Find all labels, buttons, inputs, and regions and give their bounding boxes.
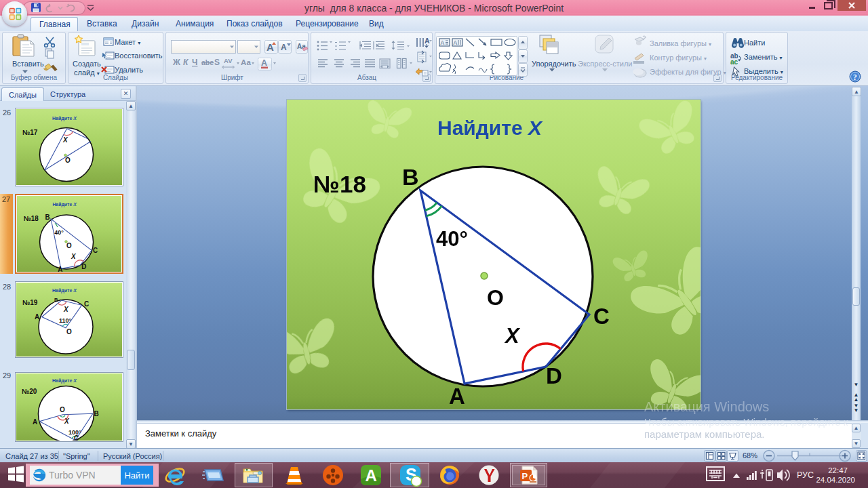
svg-text:А: А bbox=[425, 37, 430, 45]
svg-text:Ж: Ж bbox=[172, 58, 180, 67]
svg-text:А: А bbox=[281, 43, 287, 52]
svg-text:Ч: Ч bbox=[192, 58, 197, 67]
svg-text:X: X bbox=[64, 418, 70, 425]
svg-text:Найдите X: Найдите X bbox=[52, 378, 77, 384]
svg-text:Аа: Аа bbox=[241, 58, 251, 66]
svg-text:40°: 40° bbox=[54, 229, 64, 236]
svg-text:X: X bbox=[62, 136, 68, 144]
svg-text:O: O bbox=[65, 157, 71, 164]
svg-text:№20: №20 bbox=[22, 388, 37, 395]
svg-text:№17: №17 bbox=[22, 129, 38, 136]
svg-text:O: O bbox=[60, 406, 65, 413]
svg-text:O: O bbox=[66, 242, 72, 249]
svg-text:O: O bbox=[66, 328, 72, 336]
svg-text:№18: №18 bbox=[24, 215, 39, 222]
svg-text:C: C bbox=[93, 247, 98, 254]
svg-text:A: A bbox=[33, 418, 37, 426]
svg-text:C: C bbox=[84, 300, 89, 308]
svg-text:A: A bbox=[58, 266, 62, 272]
svg-text:D: D bbox=[546, 363, 562, 388]
svg-text:B: B bbox=[94, 410, 99, 418]
svg-text:A: A bbox=[441, 39, 445, 46]
svg-text:РУС: РУС bbox=[797, 470, 814, 480]
svg-text:40°: 40° bbox=[436, 227, 468, 251]
svg-text:A: A bbox=[449, 384, 465, 409]
svg-text:X: X bbox=[504, 324, 521, 348]
svg-text:А: А bbox=[261, 58, 267, 68]
svg-text:№19: №19 bbox=[22, 299, 38, 306]
svg-text:B: B bbox=[45, 214, 50, 221]
svg-text:abe: abe bbox=[201, 58, 214, 66]
svg-text:X: X bbox=[63, 306, 69, 313]
svg-text:A: A bbox=[454, 39, 458, 46]
svg-text:Turbo VPN: Turbo VPN bbox=[49, 470, 96, 481]
svg-text:Найдите X: Найдите X bbox=[52, 288, 77, 293]
svg-text:B: B bbox=[54, 297, 58, 303]
svg-text:S: S bbox=[214, 58, 220, 67]
svg-text:C: C bbox=[74, 434, 79, 441]
svg-text:C: C bbox=[593, 304, 610, 329]
svg-text:O: O bbox=[487, 285, 504, 310]
svg-text:А: А bbox=[267, 41, 274, 53]
svg-text:110°: 110° bbox=[59, 317, 72, 324]
svg-text:ac: ac bbox=[730, 58, 738, 66]
svg-text:D: D bbox=[81, 263, 86, 270]
svg-text:A: A bbox=[35, 313, 39, 321]
svg-text:AV: AV bbox=[224, 57, 233, 64]
svg-text:Найдите X: Найдите X bbox=[437, 117, 543, 139]
svg-text:P: P bbox=[522, 471, 528, 481]
svg-text:A: A bbox=[366, 466, 377, 485]
svg-text:Найдите X: Найдите X bbox=[52, 202, 77, 207]
svg-text:Найти: Найти bbox=[124, 470, 149, 481]
svg-text:22:47: 22:47 bbox=[828, 466, 848, 474]
svg-text:24.04.2020: 24.04.2020 bbox=[816, 476, 855, 484]
svg-text:?: ? bbox=[853, 73, 857, 81]
svg-text:Найдите X: Найдите X bbox=[52, 116, 77, 121]
svg-text:№18: №18 bbox=[313, 171, 366, 197]
svg-text:B: B bbox=[402, 164, 419, 190]
svg-text:К: К bbox=[183, 58, 189, 67]
